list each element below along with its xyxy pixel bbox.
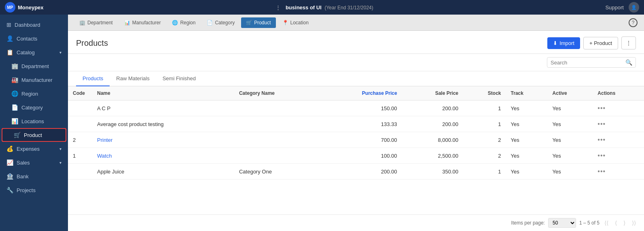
cell-name[interactable]: Watch bbox=[92, 148, 234, 164]
search-box: 🔍 bbox=[547, 57, 636, 68]
help-button[interactable]: ? bbox=[629, 18, 638, 27]
sub-nav-department[interactable]: 🏢 Department bbox=[74, 17, 118, 28]
sub-nav-location[interactable]: 📍 Location bbox=[278, 17, 314, 28]
sub-nav-category[interactable]: 📄 Category bbox=[202, 17, 239, 28]
sidebar-item-label: Bank bbox=[17, 173, 29, 180]
row-actions-button[interactable]: ••• bbox=[597, 152, 606, 159]
search-icon[interactable]: 🔍 bbox=[625, 59, 632, 66]
last-page-button[interactable]: ⟩⟩ bbox=[630, 219, 638, 227]
cell-purchase-price: 150.00 bbox=[318, 101, 402, 116]
dots-menu[interactable]: ⋮ bbox=[275, 4, 281, 11]
sidebar-item-sales[interactable]: 📈 Sales ▾ bbox=[0, 156, 68, 169]
sidebar-item-label: Locations bbox=[21, 118, 44, 124]
sub-nav-region[interactable]: 🌐 Region bbox=[167, 17, 200, 28]
cell-sale-price: 200.00 bbox=[402, 101, 463, 116]
sidebar-item-region[interactable]: 🌐 Region bbox=[0, 87, 68, 101]
row-actions-button[interactable]: ••• bbox=[597, 136, 606, 143]
cell-actions[interactable]: ••• bbox=[593, 116, 644, 132]
sidebar: ⊞ Dashboard 👤 Contacts 📋 Catalog ▾ 🏢 Dep… bbox=[0, 15, 68, 231]
projects-icon: 🔧 bbox=[6, 187, 13, 193]
department-icon: 🏢 bbox=[11, 63, 18, 69]
pagination: Items per page: 50 100 200 1 – 5 of 5 ⟨⟨… bbox=[68, 214, 644, 231]
sub-nav: 🏢 Department 📊 Manufacturer 🌐 Region 📄 C… bbox=[68, 15, 644, 31]
sidebar-item-locations[interactable]: 📊 Locations bbox=[0, 114, 68, 128]
bank-icon: 🏦 bbox=[6, 173, 13, 180]
first-page-button[interactable]: ⟨⟨ bbox=[603, 219, 610, 227]
items-per-page-select[interactable]: 50 100 200 bbox=[548, 218, 576, 228]
row-actions-button[interactable]: ••• bbox=[597, 120, 606, 127]
contacts-icon: 👤 bbox=[6, 35, 13, 42]
page-header: Products ⬇ Import + Product ⋮ bbox=[68, 31, 644, 54]
cell-purchase-price: 200.00 bbox=[318, 164, 402, 180]
row-actions-button[interactable]: ••• bbox=[597, 105, 606, 111]
col-track: Track bbox=[506, 86, 548, 101]
cell-code: 1 bbox=[68, 148, 92, 164]
region-icon: 🌐 bbox=[11, 90, 18, 97]
logo-text: MP bbox=[7, 5, 13, 10]
cell-actions[interactable]: ••• bbox=[593, 148, 644, 164]
sidebar-item-catalog[interactable]: 📋 Catalog ▾ bbox=[0, 45, 68, 59]
support-link[interactable]: Support bbox=[605, 4, 624, 11]
search-row: 🔍 bbox=[68, 54, 644, 71]
logo-circle: MP bbox=[5, 2, 15, 13]
cell-stock: 1 bbox=[463, 101, 506, 116]
category-nav-icon: 📄 bbox=[207, 20, 213, 26]
table-wrapper: Code Name Category Name Purchase Price S… bbox=[68, 86, 644, 214]
sidebar-item-manufacturer[interactable]: 🏭 Manufacturer bbox=[0, 73, 68, 87]
cell-name: Average cost product testing bbox=[92, 116, 234, 132]
sidebar-item-department[interactable]: 🏢 Department bbox=[0, 59, 68, 73]
items-per-page-label: Items per page: bbox=[511, 220, 545, 226]
cell-active: Yes bbox=[548, 116, 593, 132]
prev-page-button[interactable]: ⟨ bbox=[613, 219, 619, 227]
sidebar-item-label: Department bbox=[21, 63, 49, 69]
cell-code bbox=[68, 116, 92, 132]
sidebar-item-projects[interactable]: 🔧 Projects bbox=[0, 183, 68, 197]
sidebar-item-expenses[interactable]: 💰 Expenses ▾ bbox=[0, 142, 68, 156]
row-actions-button[interactable]: ••• bbox=[597, 168, 606, 175]
next-page-button[interactable]: ⟩ bbox=[622, 219, 627, 227]
tab-raw-materials[interactable]: Raw Materials bbox=[110, 71, 156, 86]
logo[interactable]: MP Moneypex bbox=[5, 2, 44, 13]
cell-category: Category One bbox=[234, 164, 319, 180]
pagination-range: 1 – 5 of 5 bbox=[579, 220, 600, 226]
cell-sale-price: 350.00 bbox=[402, 164, 463, 180]
table-row: A C P 150.00 200.00 1 Yes Yes ••• bbox=[68, 101, 644, 116]
sales-icon: 📈 bbox=[6, 159, 13, 166]
page-header-actions: ⬇ Import + Product ⋮ bbox=[547, 36, 636, 49]
sidebar-item-category[interactable]: 📄 Category bbox=[0, 101, 68, 114]
sidebar-item-dashboard[interactable]: ⊞ Dashboard bbox=[0, 18, 68, 32]
search-input[interactable] bbox=[551, 60, 625, 66]
import-button[interactable]: ⬇ Import bbox=[547, 37, 580, 49]
cell-purchase-price: 700.00 bbox=[318, 132, 402, 148]
sidebar-item-bank[interactable]: 🏦 Bank bbox=[0, 169, 68, 183]
table-row: Average cost product testing 133.33 200.… bbox=[68, 116, 644, 132]
tab-products[interactable]: Products bbox=[76, 71, 110, 86]
sidebar-item-product[interactable]: 🛒 Product bbox=[2, 128, 66, 142]
cell-actions[interactable]: ••• bbox=[593, 101, 644, 116]
region-nav-icon: 🌐 bbox=[172, 20, 178, 26]
sidebar-item-label: Dashboard bbox=[15, 22, 40, 28]
cell-purchase-price: 133.33 bbox=[318, 116, 402, 132]
cell-code bbox=[68, 164, 92, 180]
cell-category bbox=[234, 101, 319, 116]
col-purchase-price: Purchase Price bbox=[318, 86, 402, 101]
cell-sale-price: 2,500.00 bbox=[402, 148, 463, 164]
sidebar-item-contacts[interactable]: 👤 Contacts bbox=[0, 32, 68, 45]
dashboard-icon: ⊞ bbox=[6, 21, 11, 28]
col-stock: Stock bbox=[463, 86, 506, 101]
sub-nav-manufacturer[interactable]: 📊 Manufacturer bbox=[119, 17, 166, 28]
cell-track: Yes bbox=[506, 164, 548, 180]
sub-nav-product[interactable]: 🛒 Product bbox=[241, 17, 275, 28]
cell-name[interactable]: Printer bbox=[92, 132, 234, 148]
business-title: ⋮ business of UI (Year End 31/12/2024) bbox=[44, 4, 606, 11]
cell-stock: 2 bbox=[463, 132, 506, 148]
cell-active: Yes bbox=[548, 164, 593, 180]
cell-actions[interactable]: ••• bbox=[593, 164, 644, 180]
products-table: Code Name Category Name Purchase Price S… bbox=[68, 86, 644, 180]
avatar[interactable]: 👤 bbox=[629, 2, 639, 13]
tab-semi-finished[interactable]: Semi Finished bbox=[156, 71, 202, 86]
cell-actions[interactable]: ••• bbox=[593, 132, 644, 148]
cell-track: Yes bbox=[506, 116, 548, 132]
more-options-button[interactable]: ⋮ bbox=[621, 36, 636, 49]
add-product-button[interactable]: + Product bbox=[583, 37, 618, 49]
